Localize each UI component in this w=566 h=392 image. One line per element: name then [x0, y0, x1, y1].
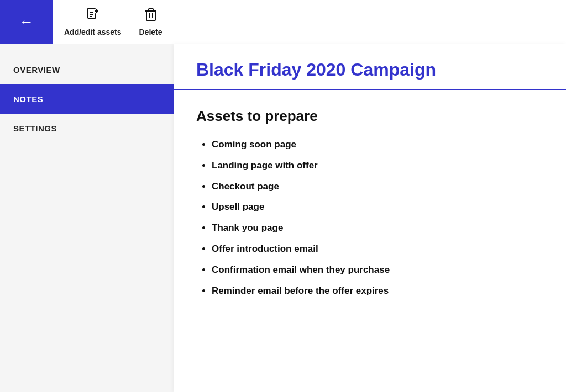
toolbar: ← Add/edit assets — [0, 0, 566, 44]
sidebar-item-notes[interactable]: NOTES — [0, 84, 174, 114]
sidebar-item-notes-label: NOTES — [13, 94, 43, 104]
add-edit-label: Add/edit assets — [64, 28, 121, 36]
sidebar-item-settings-label: SETTINGS — [13, 124, 57, 133]
list-item: Confirmation email when they purchase — [212, 263, 544, 277]
sidebar-item-overview-label: OVERVIEW — [13, 65, 60, 75]
content-body: Assets to prepare Coming soon pageLandin… — [174, 90, 566, 322]
sidebar-item-settings[interactable]: SETTINGS — [0, 114, 174, 143]
add-edit-assets-button[interactable]: Add/edit assets — [64, 8, 121, 36]
list-item: Checkout page — [212, 180, 544, 193]
delete-button[interactable]: Delete — [139, 8, 162, 36]
list-item: Thank you page — [212, 221, 544, 235]
svg-rect-7 — [146, 11, 155, 20]
toolbar-actions: Add/edit assets Delete — [53, 8, 174, 36]
list-item: Coming soon page — [212, 138, 544, 151]
content-area: Black Friday 2020 Campaign Assets to pre… — [174, 44, 566, 392]
asset-list: Coming soon pageLanding page with offerC… — [196, 138, 544, 297]
list-item: Reminder email before the offer expires — [212, 284, 544, 298]
delete-icon — [145, 8, 157, 25]
sidebar-item-overview[interactable]: OVERVIEW — [0, 55, 174, 84]
list-item: Landing page with offer — [212, 159, 544, 172]
svg-rect-9 — [149, 9, 153, 11]
page-title: Black Friday 2020 Campaign — [196, 60, 544, 80]
delete-label: Delete — [139, 28, 162, 36]
main-layout: OVERVIEW NOTES SETTINGS Black Friday 202… — [0, 44, 566, 392]
content-header: Black Friday 2020 Campaign — [174, 44, 566, 90]
sidebar: OVERVIEW NOTES SETTINGS — [0, 44, 174, 392]
section-heading: Assets to prepare — [196, 108, 544, 125]
list-item: Upsell page — [212, 200, 544, 214]
list-item: Offer introduction email — [212, 242, 544, 256]
add-edit-icon — [86, 8, 99, 25]
back-arrow-icon: ← — [19, 13, 34, 30]
back-button[interactable]: ← — [0, 0, 53, 44]
